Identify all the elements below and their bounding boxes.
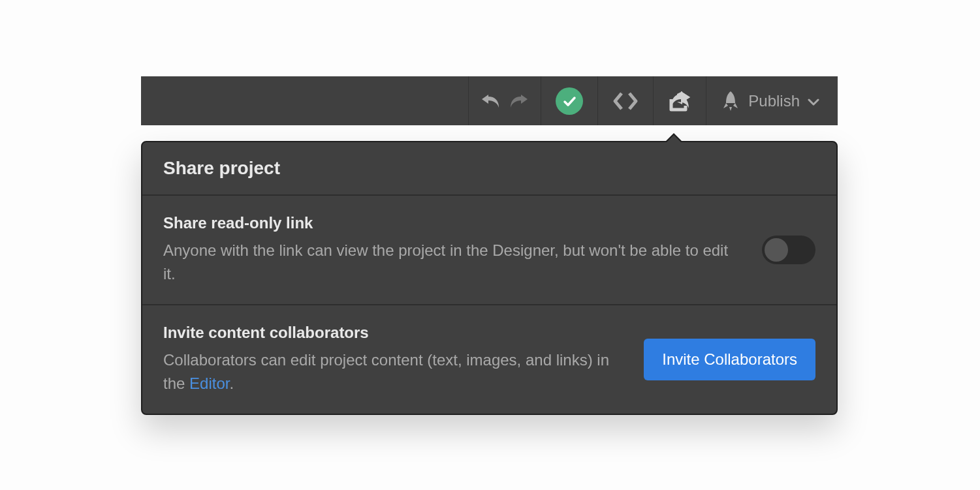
panel-caret xyxy=(665,133,683,142)
undo-icon[interactable] xyxy=(481,93,500,110)
readonly-link-desc: Anyone with the link can view the projec… xyxy=(163,239,741,286)
top-toolbar: Publish xyxy=(141,76,838,125)
invite-collaborators-section: Invite content collaborators Collaborato… xyxy=(142,305,836,414)
toggle-knob xyxy=(765,238,788,262)
readonly-link-toggle[interactable] xyxy=(762,236,815,264)
share-icon[interactable] xyxy=(668,90,691,112)
status-group xyxy=(541,76,597,125)
chevron-down-icon xyxy=(808,92,819,110)
editor-link[interactable]: Editor xyxy=(189,375,229,392)
status-ok-icon[interactable] xyxy=(556,87,583,115)
code-group xyxy=(597,76,653,125)
panel-title: Share project xyxy=(163,158,815,179)
publish-label: Publish xyxy=(748,92,800,110)
invite-collaborators-button[interactable]: Invite Collaborators xyxy=(644,339,815,380)
share-project-panel: Share project Share read-only link Anyon… xyxy=(141,141,838,415)
invite-text: Invite content collaborators Collaborato… xyxy=(163,324,623,395)
share-group xyxy=(653,76,706,125)
readonly-link-text: Share read-only link Anyone with the lin… xyxy=(163,214,741,286)
undo-redo-group xyxy=(468,76,541,125)
readonly-link-section: Share read-only link Anyone with the lin… xyxy=(142,196,836,305)
publish-group[interactable]: Publish xyxy=(706,76,838,125)
invite-desc-after: . xyxy=(229,375,234,392)
readonly-link-title: Share read-only link xyxy=(163,214,741,232)
invite-title: Invite content collaborators xyxy=(163,324,623,342)
code-icon[interactable] xyxy=(612,91,639,112)
rocket-icon xyxy=(721,90,740,112)
panel-header: Share project xyxy=(142,142,836,196)
invite-desc: Collaborators can edit project content (… xyxy=(163,348,623,395)
redo-icon[interactable] xyxy=(509,93,529,110)
